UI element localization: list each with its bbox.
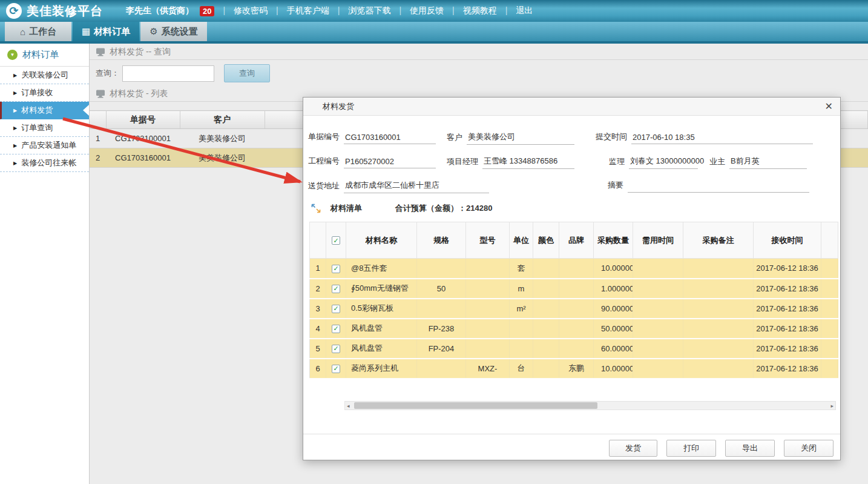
row-checkbox[interactable]: ✓	[326, 299, 346, 319]
col-recv-time[interactable]: 接收时间	[754, 222, 821, 259]
close-button[interactable]: 关闭	[784, 440, 833, 457]
doc-no-cell: CG1703100001	[106, 129, 180, 148]
sidebar-item-label: 产品安装通知单	[21, 140, 76, 151]
sidebar-item-material-shipping[interactable]: ▶ 材料发货	[0, 102, 89, 119]
remark-cell	[683, 339, 754, 359]
close-icon[interactable]: ✕	[825, 101, 833, 112]
select-all-header[interactable]: ✓	[326, 222, 346, 259]
query-input[interactable]	[122, 65, 214, 82]
row-number: 1	[310, 259, 326, 279]
scroll-right-icon[interactable]: ▸	[830, 402, 833, 409]
sidebar-item-order-query[interactable]: ▶ 订单查询	[0, 119, 89, 137]
col-brand[interactable]: 品牌	[559, 222, 594, 259]
qty-cell: 50.00000	[594, 319, 633, 339]
topmenu-change-password[interactable]: 修改密码	[214, 5, 268, 16]
field-project-manager: 项目经理 王雪峰 13348876586	[447, 156, 574, 169]
col-qty[interactable]: 采购数量	[594, 222, 633, 259]
notification-badge[interactable]: 20	[200, 6, 214, 16]
user-name[interactable]: 李先生（供货商）	[126, 5, 194, 16]
chevron-down-icon: ▼	[7, 50, 18, 60]
extra-cell	[821, 339, 838, 359]
export-button[interactable]: 导出	[725, 440, 775, 457]
horizontal-scrollbar[interactable]: ◂ ▸	[344, 401, 836, 410]
scroll-left-icon[interactable]: ◂	[347, 402, 350, 409]
col-customer[interactable]: 客户	[180, 111, 265, 129]
sidebar-item-install-notice[interactable]: ▶ 产品安装通知单	[0, 137, 89, 154]
material-row[interactable]: 3 ✓ 0.5彩钢瓦板 m² 90.00000 2017-06-12 18:36	[310, 299, 838, 319]
checkbox-checked-icon[interactable]: ✓	[332, 325, 340, 333]
topmenu-browser-download[interactable]: 浏览器下载	[329, 5, 391, 16]
recv-time-cell: 2017-06-12 18:36	[754, 359, 821, 379]
gear-icon: ⚙	[150, 26, 157, 37]
topmenu-feedback[interactable]: 使用反馈	[390, 5, 444, 16]
sidebar-group-header[interactable]: ▼ 材料订单	[0, 44, 89, 67]
col-color[interactable]: 颜色	[533, 222, 559, 259]
col-need-time[interactable]: 需用时间	[633, 222, 683, 259]
submit-time-value[interactable]: 2017-06-10 18:35	[631, 133, 813, 144]
topmenu-logout[interactable]: 退出	[497, 5, 533, 16]
expand-icon[interactable]	[311, 204, 321, 213]
col-unit[interactable]: 单位	[510, 222, 533, 259]
material-name-cell: @8五件套	[346, 259, 417, 279]
project-manager-value[interactable]: 王雪峰 13348876586	[482, 156, 574, 169]
topmenu-mobile-client[interactable]: 手机客户端	[268, 5, 329, 16]
sidebar-item-order-receive[interactable]: ▶ 订单接收	[0, 84, 89, 102]
checkbox-checked-icon[interactable]: ✓	[332, 345, 340, 353]
col-spec[interactable]: 规格	[417, 222, 466, 259]
summary-value[interactable]	[628, 181, 809, 193]
model-cell	[466, 259, 510, 279]
query-section-title: 材料发货 -- 查询	[110, 47, 171, 58]
checkbox-checked-icon[interactable]: ✓	[332, 265, 340, 273]
material-row[interactable]: 6 ✓ 菱尚系列主机 MXZ- 台 东鹏 10.00000 2017-06-12…	[310, 359, 838, 379]
material-row[interactable]: 5 ✓ 风机盘管 FP-204 60.00000 2017-06-12 18:3…	[310, 339, 838, 359]
brand-cell	[559, 339, 594, 359]
col-model[interactable]: 型号	[466, 222, 510, 259]
print-button[interactable]: 打印	[666, 440, 716, 457]
tab-system-settings[interactable]: ⚙ 系统设置	[140, 22, 207, 41]
row-checkbox[interactable]: ✓	[326, 359, 346, 379]
row-number-header	[310, 222, 326, 259]
col-remark[interactable]: 采购备注	[683, 222, 754, 259]
material-shipping-dialog: 材料发货 ✕ 单据编号 CG1703160001 客户 美美装修公司 提交时间 …	[303, 97, 841, 460]
query-section-header: 材料发货 -- 查询	[90, 45, 868, 60]
doc-no-value[interactable]: CG1703160001	[344, 133, 436, 144]
sidebar-item-related-companies[interactable]: ▶ 关联装修公司	[0, 67, 89, 84]
material-row[interactable]: 2 ✓ ∮50mm无缝钢管 50 m 1.000000 2017-06-12 1…	[310, 279, 838, 299]
row-checkbox[interactable]: ✓	[326, 259, 346, 279]
triangle-icon: ▶	[13, 161, 17, 166]
owner-value[interactable]: B前月英	[729, 156, 807, 169]
field-delivery-address: 送货地址 成都市成华区二仙桥十里店	[308, 180, 489, 193]
tab-workbench[interactable]: ⌂ 工作台	[5, 22, 71, 41]
col-doc-no[interactable]: 单据号	[106, 111, 180, 129]
unit-cell	[510, 319, 533, 339]
material-row[interactable]: 4 ✓ 风机盘管 FP-238 50.00000 2017-06-12 18:3…	[310, 319, 838, 339]
field-customer: 客户 美美装修公司	[447, 131, 574, 145]
model-cell	[466, 319, 510, 339]
spec-cell	[417, 259, 466, 279]
row-checkbox[interactable]: ✓	[326, 279, 346, 299]
ship-button[interactable]: 发货	[609, 440, 657, 457]
row-checkbox[interactable]: ✓	[326, 339, 346, 359]
checkbox-checked-icon[interactable]: ✓	[332, 285, 340, 293]
sidebar-item-company-accounts[interactable]: ▶ 装修公司往来帐	[0, 154, 89, 172]
checkbox-checked-icon[interactable]: ✓	[332, 236, 340, 245]
model-cell	[466, 279, 510, 299]
col-material-name[interactable]: 材料名称	[346, 222, 417, 259]
checkbox-checked-icon[interactable]: ✓	[332, 305, 340, 313]
field-label: 摘要	[608, 180, 623, 193]
delivery-address-value[interactable]: 成都市成华区二仙桥十里店	[344, 180, 489, 193]
unit-cell	[510, 339, 533, 359]
checkbox-checked-icon[interactable]: ✓	[332, 365, 340, 373]
remark-cell	[683, 279, 754, 299]
customer-value[interactable]: 美美装修公司	[467, 131, 574, 145]
row-checkbox[interactable]: ✓	[326, 319, 346, 339]
scrollbar-thumb[interactable]	[354, 402, 597, 409]
topmenu-video-tutorial[interactable]: 视频教程	[444, 5, 497, 16]
tab-material-orders[interactable]: ▦ 材料订单	[73, 22, 139, 41]
supervisor-value[interactable]: 刘春文 13000000000	[629, 156, 698, 169]
grid-icon: ▦	[82, 26, 90, 37]
project-no-value[interactable]: P1605270002	[344, 157, 436, 168]
query-button[interactable]: 查询	[224, 64, 270, 82]
material-row[interactable]: 1 ✓ @8五件套 套 10.00000 2017-06-12 18:36	[310, 259, 838, 279]
row-number: 5	[310, 339, 326, 359]
